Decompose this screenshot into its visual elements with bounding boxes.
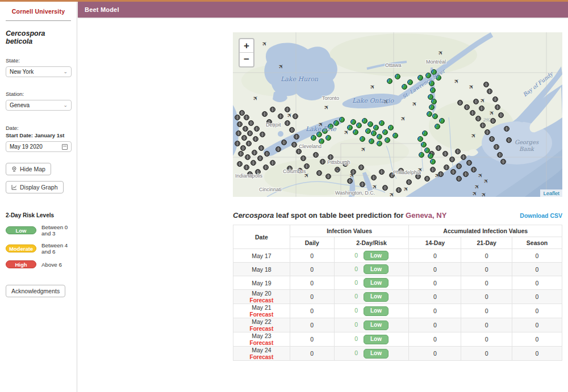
- station-marker[interactable]: [415, 174, 421, 179]
- station-marker[interactable]: [485, 129, 490, 135]
- active-station-marker[interactable]: [430, 87, 436, 93]
- active-station-marker[interactable]: [316, 132, 322, 137]
- active-station-marker[interactable]: [377, 141, 382, 146]
- station-marker[interactable]: [289, 127, 295, 133]
- station-marker[interactable]: [487, 88, 492, 94]
- active-station-marker[interactable]: [362, 118, 367, 124]
- station-marker[interactable]: [235, 141, 240, 146]
- active-station-marker[interactable]: [431, 69, 437, 75]
- station-marker[interactable]: [244, 115, 249, 120]
- station-marker[interactable]: [497, 152, 503, 158]
- station-marker[interactable]: [236, 130, 241, 136]
- zoom-in-button[interactable]: +: [240, 39, 253, 53]
- active-station-marker[interactable]: [392, 133, 398, 138]
- station-marker[interactable]: [442, 151, 448, 157]
- active-station-marker[interactable]: [428, 153, 433, 159]
- station-marker[interactable]: [382, 185, 388, 191]
- station-marker[interactable]: [285, 120, 290, 126]
- station-marker[interactable]: [456, 176, 462, 182]
- airport-marker[interactable]: ✈: [453, 77, 461, 85]
- station-marker[interactable]: [235, 115, 240, 120]
- station-marker[interactable]: [328, 154, 333, 160]
- airport-marker[interactable]: ✈: [467, 83, 475, 91]
- active-station-marker[interactable]: [356, 123, 362, 128]
- station-marker[interactable]: [466, 160, 472, 166]
- station-marker[interactable]: [325, 174, 331, 179]
- station-marker[interactable]: [444, 165, 449, 170]
- airport-marker[interactable]: ✈: [411, 100, 419, 108]
- station-marker[interactable]: [475, 116, 481, 121]
- active-station-marker[interactable]: [377, 134, 382, 140]
- display-graph-button[interactable]: Display Graph: [6, 181, 64, 193]
- active-station-marker[interactable]: [371, 130, 377, 136]
- active-station-marker[interactable]: [417, 75, 423, 81]
- station-marker[interactable]: [245, 154, 250, 160]
- cornell-brand[interactable]: Cornell University: [6, 8, 71, 15]
- station-marker[interactable]: [450, 169, 456, 175]
- station-marker[interactable]: [360, 182, 365, 187]
- airport-marker[interactable]: ✈: [480, 191, 488, 197]
- station-marker[interactable]: [260, 132, 265, 137]
- active-station-marker[interactable]: [387, 78, 392, 84]
- airport-marker[interactable]: ✈: [470, 132, 478, 140]
- leaflet-map[interactable]: ✈✈✈✈✈✈✈✈✈✈✈✈✈✈✈✈✈✈✈✈✈✈✈✈✈✈✈✈✈✈✈✈ Lake Hu…: [233, 32, 562, 197]
- station-marker[interactable]: [500, 159, 506, 165]
- state-select[interactable]: New York ⌄: [6, 66, 72, 77]
- station-marker[interactable]: [293, 113, 298, 119]
- active-station-marker[interactable]: [319, 138, 324, 144]
- station-marker[interactable]: [449, 157, 455, 162]
- active-station-marker[interactable]: [402, 84, 407, 90]
- station-marker[interactable]: [291, 142, 297, 147]
- active-station-marker[interactable]: [419, 152, 424, 158]
- airport-marker[interactable]: ✈: [416, 166, 424, 174]
- airport-marker[interactable]: ✈: [402, 185, 410, 193]
- active-station-marker[interactable]: [439, 118, 445, 124]
- station-marker[interactable]: [316, 170, 322, 176]
- active-station-marker[interactable]: [388, 125, 394, 130]
- station-marker[interactable]: [237, 161, 243, 167]
- station-marker[interactable]: [254, 126, 260, 132]
- station-marker[interactable]: [424, 176, 430, 182]
- airport-marker[interactable]: ✈: [252, 94, 260, 102]
- station-marker[interactable]: [313, 152, 319, 158]
- station-marker[interactable]: [278, 113, 283, 119]
- station-marker[interactable]: [281, 140, 287, 145]
- active-station-marker[interactable]: [369, 138, 374, 144]
- station-marker[interactable]: [262, 111, 268, 117]
- station-marker[interactable]: [248, 120, 254, 126]
- airport-marker[interactable]: ✈: [437, 49, 445, 57]
- airport-marker[interactable]: ✈: [371, 183, 379, 191]
- station-marker[interactable]: [275, 146, 281, 152]
- zoom-out-button[interactable]: −: [240, 53, 253, 66]
- airport-marker[interactable]: ✈: [369, 83, 377, 91]
- active-station-marker[interactable]: [360, 136, 365, 142]
- active-station-marker[interactable]: [382, 129, 388, 135]
- date-input[interactable]: May 19 2020: [6, 141, 72, 152]
- active-station-marker[interactable]: [431, 99, 437, 104]
- station-marker[interactable]: [263, 165, 269, 170]
- active-station-marker[interactable]: [407, 79, 413, 85]
- airport-marker[interactable]: ✈: [271, 121, 279, 129]
- station-marker[interactable]: [240, 145, 246, 151]
- airport-marker[interactable]: ✈: [323, 103, 331, 111]
- station-marker[interactable]: [504, 126, 509, 132]
- station-marker[interactable]: [490, 118, 496, 124]
- station-marker[interactable]: [457, 100, 463, 106]
- airport-marker[interactable]: ✈: [477, 171, 485, 179]
- station-marker[interactable]: [241, 135, 247, 141]
- active-station-marker[interactable]: [350, 119, 356, 125]
- active-station-marker[interactable]: [429, 104, 435, 110]
- airport-marker[interactable]: ✈: [482, 177, 490, 185]
- airport-marker[interactable]: ✈: [488, 109, 496, 117]
- station-marker[interactable]: [464, 104, 470, 110]
- station-marker[interactable]: [255, 169, 261, 175]
- airport-marker[interactable]: ✈: [317, 120, 325, 128]
- station-marker[interactable]: [343, 161, 348, 167]
- station-marker[interactable]: [480, 123, 486, 128]
- station-marker[interactable]: [398, 168, 404, 174]
- airport-marker[interactable]: ✈: [382, 98, 390, 106]
- station-marker[interactable]: [258, 145, 264, 151]
- station-marker[interactable]: [463, 171, 469, 177]
- station-marker[interactable]: [257, 155, 263, 161]
- active-station-marker[interactable]: [424, 147, 430, 153]
